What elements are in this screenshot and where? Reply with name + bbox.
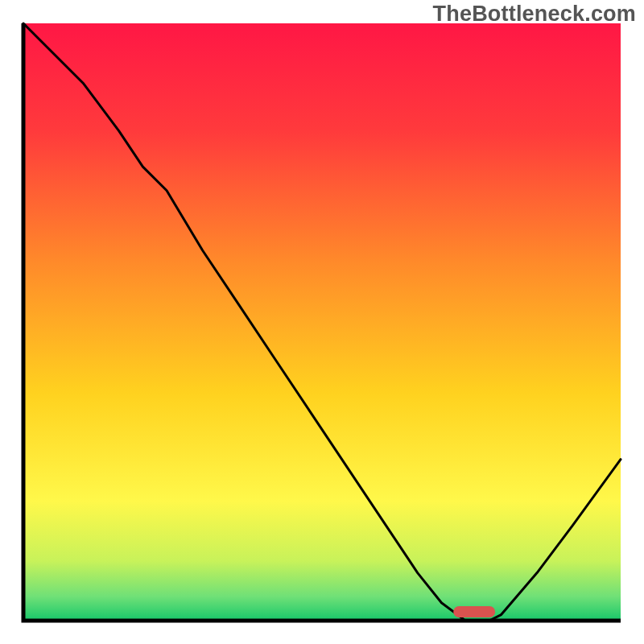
watermark-text: TheBottleneck.com [433,2,636,27]
bottleneck-chart [0,0,644,644]
chart-stage: TheBottleneck.com [0,0,644,644]
gradient-background [23,23,621,621]
optimum-marker [453,606,495,617]
